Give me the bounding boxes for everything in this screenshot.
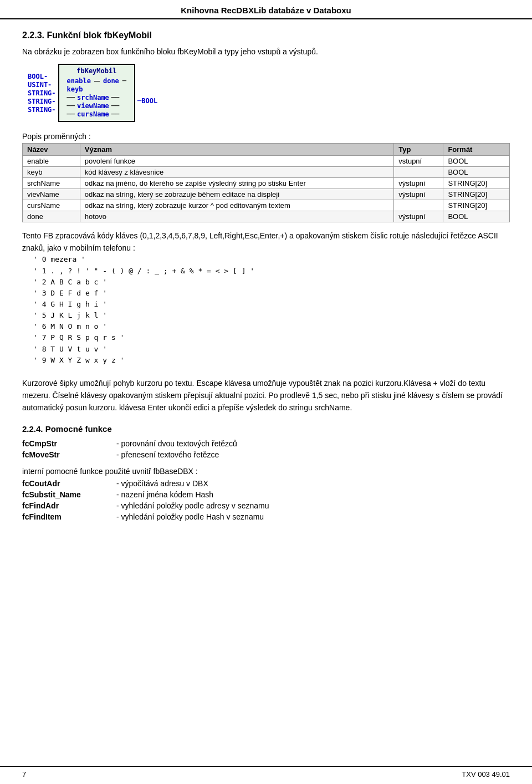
internal-func-desc: - vyhledání položky podle adresy v sezna… [116, 501, 510, 510]
char-line: ' 7 P Q R S p q r s ' [33, 332, 510, 343]
func-desc: - porovnání dvou textových řetězců [116, 439, 510, 448]
char-line: ' 9 W X Y Z w x y z ' [33, 355, 510, 366]
desc-para1: Tento FB zpracovává kódy kláves (0,1,2,3… [22, 231, 498, 252]
vars-table: Název Význam Typ Formát enablepovolení f… [22, 143, 510, 222]
main-content: 2.2.3. Funkční blok fbKeyMobil Na obrázk… [0, 19, 532, 540]
diagram-inner: fbKeyMobil enable done ─ keyb ──srchName… [58, 64, 136, 122]
page-footer: 7 TXV 003 49.01 [0, 766, 532, 778]
footer-page: 7 [22, 770, 26, 778]
internal-func-desc: - nazení jména kódem Hash [116, 490, 510, 499]
diagram-row-srchname: ──srchName── [67, 94, 127, 101]
internal-func-desc: - výpočítává adresu v DBX [116, 479, 510, 488]
header-title: Knihovna RecDBXLib databáze v Databoxu [181, 6, 351, 15]
vars-label: Popis proměnných : [22, 132, 510, 141]
diagram-right-labels: ─BOOL [137, 82, 157, 105]
internal-label: interní pomocné funkce použité uvnitř fb… [22, 467, 510, 476]
char-line: ' 2 A B C a b c ' [33, 277, 510, 288]
diagram-title: fbKeyMobil [67, 67, 127, 75]
char-line: ' 0 mezera ' [33, 254, 510, 265]
table-row: vievNameodkaz na string, který se zobraz… [23, 189, 510, 200]
diagram-row-keyb: keyb [67, 85, 127, 93]
char-line: ' 4 G H I g h i ' [33, 299, 510, 310]
desc-para2: Kurzorové šipky umožňují pohyb kurzoru p… [22, 379, 503, 411]
internal-func-name: fcFindItem [22, 512, 111, 521]
subsection-title: 2.2.4. Pomocné funkce [22, 424, 510, 434]
table-row: enablepovolení funkcevstupníBOOL [23, 156, 510, 167]
diagram-row-cursname: ──cursName── [67, 110, 127, 118]
col-header-name: Název [23, 144, 80, 156]
page-header: Knihovna RecDBXLib databáze v Databoxu [0, 0, 532, 19]
internal-func-name: fcCoutAdr [22, 479, 111, 488]
func-name: fcCmpStr [22, 439, 111, 448]
char-line: ' 8 T U V t u v ' [33, 344, 510, 355]
func-desc: - přenesení textového řetězce [116, 450, 510, 459]
char-line: ' 1 . , ? ! ' " - ( ) @ / : _ ; + & % * … [33, 266, 510, 277]
table-row: cursNameodkaz na string, který zobrazuje… [23, 200, 510, 211]
internal-funcs-list: fcCoutAdr- výpočítává adresu v DBXfcSubs… [22, 479, 510, 521]
diagram-row-enable: enable done ─ [67, 77, 127, 85]
desc-block: Tento FB zpracovává kódy kláves (0,1,2,3… [22, 230, 510, 414]
char-line: ' 5 J K L j k l ' [33, 310, 510, 321]
col-header-format: Formát [443, 144, 510, 156]
diagram-wrapper: BOOL- USINT- STRING- STRING- STRING- fbK… [28, 64, 510, 122]
internal-func-desc: - vyhledání položky podle Hash v seznamu [116, 512, 510, 521]
chars-list: ' 0 mezera '' 1 . , ? ! ' " - ( ) @ / : … [22, 254, 510, 365]
char-line: ' 6 M N O m n o ' [33, 321, 510, 332]
diagram-container: BOOL- USINT- STRING- STRING- STRING- fbK… [22, 64, 510, 122]
table-row: srchNameodkaz na jméno, do kterého se za… [23, 178, 510, 189]
vars-section: Popis proměnných : Název Význam Typ Form… [22, 132, 510, 222]
func-name: fcMoveStr [22, 450, 111, 459]
internal-func-name: fcSubstit_Name [22, 490, 111, 499]
diagram-left-labels: BOOL- USINT- STRING- STRING- STRING- [28, 73, 56, 114]
section-title: 2.2.3. Funkční blok fbKeyMobil [22, 30, 510, 40]
internal-func-name: fcFindAdr [22, 501, 111, 510]
footer-doc: TXV 003 49.01 [462, 770, 510, 778]
col-header-type: Typ [394, 144, 443, 156]
intro-text: Na obrázku je zobrazen box funkčního blo… [22, 47, 510, 56]
col-header-meaning: Význam [80, 144, 393, 156]
char-line: ' 3 D E F d e f ' [33, 288, 510, 299]
funcs-list: fcCmpStr- porovnání dvou textových řetěz… [22, 439, 510, 459]
diagram-row-viewname: ──viewName── [67, 102, 127, 110]
table-row: keybkód klávesy z klávesniceBOOL [23, 167, 510, 178]
table-row: donehotovovýstupníBOOL [23, 211, 510, 222]
